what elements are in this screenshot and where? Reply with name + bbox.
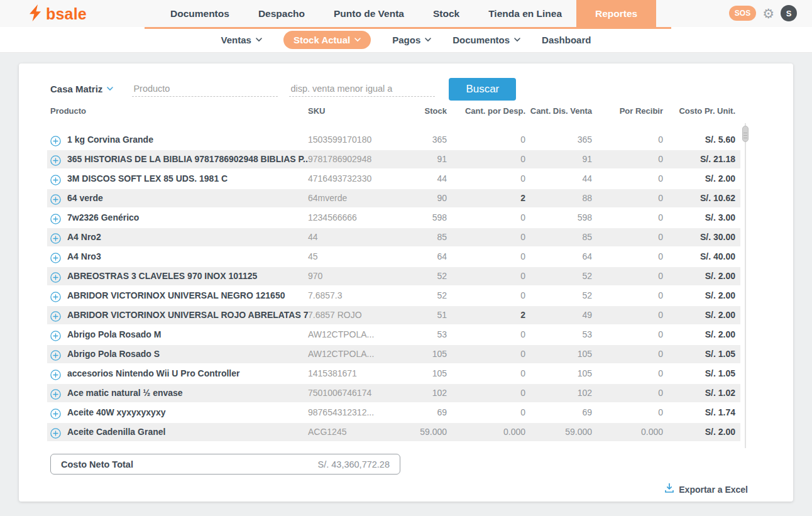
table-row[interactable]: 365 HISTORIAS DE LA BIBLIA 9781786902948… [47,150,740,168]
table-row[interactable]: Ace matic natural ½ envase 7501006746174… [47,384,740,402]
por-recibir-cell: 0 [592,248,663,266]
table-row[interactable]: 7w2326 Genérico 1234566666 598 0 598 0 S… [47,209,740,227]
product-name: 64 verde [67,189,103,207]
expand-plus-icon[interactable] [50,212,61,223]
expand-plus-icon[interactable] [50,407,61,418]
expand-plus-icon[interactable] [50,368,61,379]
expand-plus-icon[interactable] [50,329,61,340]
branch-selector[interactable]: Casa Matriz [50,84,113,94]
sku-cell: 9781786902948 [308,150,396,168]
nav-item-tienda-en-linea[interactable]: Tienda en Linea [474,0,576,27]
cant-por-desp-cell: 0 [447,150,525,168]
table-row[interactable]: A4 Nro3 45 64 0 64 0 S/. 40.00 [47,248,740,266]
cant-dis-venta-cell: 85 [525,228,592,246]
table-row[interactable]: 64 verde 64mverde 90 2 88 0 S/. 10.62 [47,189,740,207]
subnav-ventas[interactable]: Ventas [221,35,262,45]
subnav-stock-actual[interactable]: Stock Actual [283,31,371,49]
stock-cell: 44 [396,170,447,188]
expand-plus-icon[interactable] [50,271,61,282]
scrollbar-thumb[interactable] [742,126,749,142]
costo-cell: S/. 10.62 [663,189,740,207]
brand-name: bsale [46,5,87,23]
por-recibir-cell: 0 [592,189,663,207]
gear-icon[interactable]: ⚙ [762,7,774,20]
product-name-cell: 64 verde [47,189,308,207]
expand-plus-icon[interactable] [50,310,61,321]
nav-item-documentos[interactable]: Documentos [156,0,244,27]
expand-plus-icon[interactable] [50,134,61,145]
expand-plus-icon[interactable] [50,251,61,262]
costo-cell: S/. 1.02 [663,384,740,402]
product-name-cell: ABREOSTRAS 3 CLAVELES 970 INOX 101125 [47,267,308,285]
expand-plus-icon[interactable] [50,427,61,437]
sku-cell: 1415381671 [308,365,396,383]
por-recibir-cell: 0 [592,150,663,168]
expand-plus-icon[interactable] [50,349,61,360]
table-row[interactable]: ABREOSTRAS 3 CLAVELES 970 INOX 101125 97… [47,267,740,285]
stock-report-card: Casa Matriz Buscar Producto SKU Stock Ca… [19,63,793,502]
product-name-cell: A4 Nro3 [47,248,308,266]
por-recibir-cell: 0 [592,403,663,422]
cant-dis-venta-cell: 52 [525,287,592,305]
subnav-documentos[interactable]: Documentos [453,35,520,45]
disp-venta-input[interactable] [289,81,435,97]
table-row[interactable]: 3M DISCOS SOFT LEX 85 UDS. 1981 C 471649… [47,170,740,188]
col-producto: Producto [50,106,308,116]
scrollbar-track[interactable] [745,123,746,448]
cant-por-desp-cell: 0 [447,365,525,383]
expand-plus-icon[interactable] [50,193,61,204]
subnav-dashboard[interactable]: Dashboard [542,35,591,45]
costo-cell: S/. 1.74 [663,403,740,422]
cant-dis-venta-cell: 52 [525,267,592,285]
product-name-cell: ABRIDOR VICTORINOX UNIVERSAL NEGRO 12165… [47,287,308,305]
table-row[interactable]: A4 Nro2 44 85 0 85 0 S/. 30.00 [47,228,740,246]
export-excel-button[interactable]: Exportar a Excel [19,483,793,496]
table-row[interactable]: 1 kg Corvina Grande 1503599170180 365 0 … [47,131,740,149]
product-name-cell: ABRIDOR VICTORINOX UNIVERSAL ROJO ABRELA… [47,306,308,324]
por-recibir-cell: 0 [592,384,663,402]
stock-cell: 85 [396,228,447,246]
expand-plus-icon[interactable] [50,388,61,398]
search-button[interactable]: Buscar [449,78,516,101]
por-recibir-cell: 0 [592,365,663,383]
cant-dis-venta-cell: 64 [525,248,592,266]
cant-dis-venta-cell: 69 [525,403,592,422]
sku-cell: ACG1245 [308,423,396,441]
user-avatar[interactable]: S [781,5,797,21]
expand-plus-icon[interactable] [50,173,61,184]
table-body: 1 kg Corvina Grande 1503599170180 365 0 … [47,131,740,441]
expand-plus-icon[interactable] [50,154,61,165]
costo-cell: S/. 2.00 [663,423,740,441]
table-row[interactable]: Abrigo Pola Rosado S AW12CTPOLA... 105 0… [47,345,740,363]
chevron-down-icon [354,38,361,42]
subnav-pagos[interactable]: Pagos [392,35,431,45]
sos-button[interactable]: SOS [729,6,756,21]
cant-por-desp-cell: 0 [447,209,525,227]
table-row[interactable]: Aceite Cadenilla Granel ACG1245 59.000 0… [47,423,740,441]
nav-item-punto-de-venta[interactable]: Punto de Venta [319,0,419,27]
table-row[interactable]: ABRIDOR VICTORINOX UNIVERSAL NEGRO 12165… [47,287,740,305]
table-row[interactable]: accesorios Nintendo Wii U Pro Controller… [47,365,740,383]
cant-dis-venta-cell: 102 [525,384,592,402]
costo-cell: S/. 3.00 [663,209,740,227]
sku-cell: AW12CTPOLA... [308,326,396,344]
nav-item-despacho[interactable]: Despacho [244,0,319,27]
expand-plus-icon[interactable] [50,290,61,301]
product-name-cell: 3M DISCOS SOFT LEX 85 UDS. 1981 C [47,170,308,188]
cant-por-desp-cell: 2 [447,189,525,207]
product-name: 365 HISTORIAS DE LA BIBLIA 9781786902948… [67,150,308,168]
table-row[interactable]: Abrigo Pola Rosado M AW12CTPOLA... 53 0 … [47,326,740,344]
cant-dis-venta-cell: 49 [525,306,592,324]
bsale-logo[interactable]: bsale [28,4,87,24]
export-excel-label: Exportar a Excel [679,485,748,495]
table-row[interactable]: ABRIDOR VICTORINOX UNIVERSAL ROJO ABRELA… [47,306,740,324]
product-name: Aceite 40W xyxyxyxyxy [67,403,165,422]
expand-plus-icon[interactable] [50,232,61,243]
cant-por-desp-cell: 0 [447,228,525,246]
por-recibir-cell: 0 [592,131,663,149]
nav-item-reportes[interactable]: Reportes [576,0,656,29]
nav-item-stock[interactable]: Stock [419,0,474,27]
product-search-input[interactable] [132,81,278,97]
product-name-cell: accesorios Nintendo Wii U Pro Controller [47,365,308,383]
table-row[interactable]: Aceite 40W xyxyxyxyxy 987654312312... 69… [47,403,740,422]
